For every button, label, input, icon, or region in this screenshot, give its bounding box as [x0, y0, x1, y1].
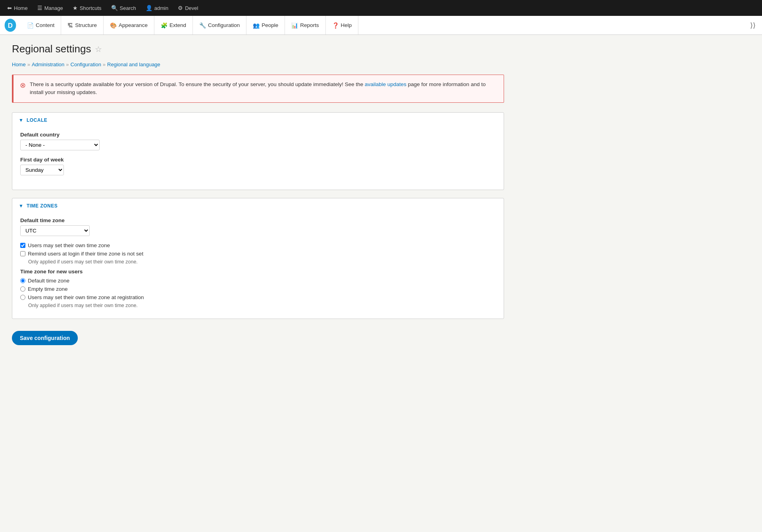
people-icon: 👥	[253, 22, 260, 29]
save-configuration-button[interactable]: Save configuration	[12, 331, 78, 345]
configuration-icon: 🔧	[199, 22, 206, 29]
devel-icon: ⚙	[178, 5, 183, 11]
sec-nav-label-configuration: Configuration	[208, 22, 240, 28]
sec-nav-item-content[interactable]: 📄Content	[21, 16, 61, 35]
admin-bar-label-search: Search	[120, 5, 136, 11]
default-timezone-select[interactable]: UTCAmerica/New_YorkAmerica/ChicagoAmeric…	[20, 225, 90, 236]
admin-bar-item-manage[interactable]: ☰Manage	[33, 3, 67, 13]
radio-users-own-tz[interactable]	[20, 295, 25, 300]
breadcrumb-separator: »	[66, 61, 69, 67]
warning-text: There is a security update available for…	[30, 81, 497, 97]
radio-default-tz[interactable]	[20, 278, 25, 283]
shortcuts-icon: ★	[73, 5, 78, 11]
nav-toggle-button[interactable]: ⟩⟩	[747, 19, 759, 31]
radio-row-users-own-tz: Users may set their own time zone at reg…	[20, 294, 496, 300]
breadcrumb-link-2[interactable]: Configuration	[71, 61, 101, 67]
help-icon: ❓	[332, 22, 339, 29]
remind-timezone-row: Remind users at login if their time zone…	[20, 251, 496, 257]
sec-nav-item-extend[interactable]: 🧩Extend	[154, 16, 193, 35]
reports-icon: 📊	[291, 22, 298, 29]
search-icon: 🔍	[111, 5, 118, 11]
radio-row-default-tz: Default time zone	[20, 278, 496, 284]
appearance-icon: 🎨	[110, 22, 117, 29]
favorite-star-icon[interactable]: ☆	[95, 44, 102, 54]
radio-label-default-tz[interactable]: Default time zone	[28, 278, 69, 284]
admin-bar-label-home: Home	[14, 5, 28, 11]
breadcrumb-link-1[interactable]: Administration	[32, 61, 64, 67]
security-warning: ⊗ There is a security update available f…	[12, 75, 504, 103]
sec-nav-label-appearance: Appearance	[119, 22, 148, 28]
admin-bar-label-shortcuts: Shortcuts	[80, 5, 102, 11]
default-country-select[interactable]: - None -AfghanistanAlbaniaUnited StatesU…	[20, 140, 100, 150]
sec-nav-item-people[interactable]: 👥People	[246, 16, 285, 35]
sec-nav-label-reports: Reports	[300, 22, 319, 28]
timezones-section: ▼ TIME ZONES Default time zone UTCAmeric…	[12, 198, 504, 319]
radio-label-empty-tz[interactable]: Empty time zone	[28, 286, 68, 292]
breadcrumb-link-3[interactable]: Regional and language	[107, 61, 160, 67]
secondary-nav: D 📄Content🏗Structure🎨Appearance🧩Extend🔧C…	[0, 16, 762, 35]
radio-empty-tz[interactable]	[20, 286, 25, 292]
breadcrumb-separator: »	[27, 61, 30, 67]
first-day-select[interactable]: SundayMondayTuesdayWednesdayThursdayFrid…	[20, 165, 64, 175]
first-day-group: First day of week SundayMondayTuesdayWed…	[20, 157, 496, 175]
sec-nav-label-extend: Extend	[169, 22, 186, 28]
sec-nav-item-configuration[interactable]: 🔧Configuration	[193, 16, 246, 35]
structure-icon: 🏗	[67, 22, 73, 29]
remind-hint: Only applied if users may set their own …	[28, 259, 496, 265]
radio-row-empty-tz: Empty time zone	[20, 286, 496, 292]
users-own-timezone-checkbox-label[interactable]: Users may set their own time zone	[28, 242, 110, 248]
sec-nav-item-appearance[interactable]: 🎨Appearance	[104, 16, 154, 35]
home-icon: ⬅	[7, 5, 12, 11]
breadcrumb-separator: »	[103, 61, 106, 67]
locale-section-body: Default country - None -AfghanistanAlban…	[12, 128, 504, 190]
warning-icon: ⊗	[20, 81, 26, 90]
breadcrumb-link-0[interactable]: Home	[12, 61, 26, 67]
timezones-section-title: TIME ZONES	[27, 203, 58, 209]
extend-icon: 🧩	[161, 22, 167, 29]
sec-nav-item-reports[interactable]: 📊Reports	[285, 16, 325, 35]
users-own-timezone-checkbox[interactable]	[20, 243, 25, 248]
timezones-collapse-icon: ▼	[19, 203, 23, 209]
breadcrumb: Home » Administration » Configuration » …	[12, 61, 504, 67]
sec-nav-label-people: People	[262, 22, 278, 28]
manage-icon: ☰	[37, 5, 42, 11]
sec-nav-item-structure[interactable]: 🏗Structure	[61, 16, 104, 35]
remind-timezone-checkbox[interactable]	[20, 251, 25, 256]
new-user-hint: Only applied if users may set their own …	[28, 303, 496, 308]
default-country-group: Default country - None -AfghanistanAlban…	[20, 132, 496, 150]
default-timezone-group: Default time zone UTCAmerica/New_YorkAme…	[20, 217, 496, 236]
first-day-label: First day of week	[20, 157, 496, 163]
users-own-timezone-row: Users may set their own time zone	[20, 242, 496, 248]
drupal-logo: D	[3, 18, 17, 33]
admin-bar-item-admin[interactable]: 👤admin	[142, 3, 172, 13]
default-timezone-label: Default time zone	[20, 217, 496, 223]
admin-bar-label-manage: Manage	[44, 5, 63, 11]
admin-bar-label-admin: admin	[154, 5, 168, 11]
admin-bar-item-shortcuts[interactable]: ★Shortcuts	[69, 3, 106, 13]
sec-nav-label-content: Content	[36, 22, 54, 28]
content-icon: 📄	[27, 22, 34, 29]
admin-bar-item-devel[interactable]: ⚙Devel	[174, 3, 202, 13]
sec-nav-label-structure: Structure	[75, 22, 97, 28]
timezones-section-body: Default time zone UTCAmerica/New_YorkAme…	[12, 213, 504, 319]
radio-label-users-own-tz[interactable]: Users may set their own time zone at reg…	[28, 294, 144, 300]
svg-text:D: D	[8, 21, 13, 29]
admin-bar-item-search[interactable]: 🔍Search	[107, 3, 140, 13]
default-country-label: Default country	[20, 132, 496, 138]
sec-nav-label-help: Help	[341, 22, 352, 28]
admin-bar-label-devel: Devel	[185, 5, 198, 11]
locale-collapse-icon: ▼	[19, 117, 23, 123]
locale-section: ▼ LOCALE Default country - None -Afghani…	[12, 112, 504, 190]
locale-section-header[interactable]: ▼ LOCALE	[12, 113, 504, 128]
admin-toolbar: ⬅Home☰Manage★Shortcuts🔍Search👤admin⚙Deve…	[0, 0, 762, 16]
remind-timezone-checkbox-label[interactable]: Remind users at login if their time zone…	[28, 251, 143, 257]
locale-section-title: LOCALE	[27, 117, 47, 123]
sec-nav-item-help[interactable]: ❓Help	[326, 16, 359, 35]
admin-icon: 👤	[146, 5, 152, 11]
page-title: Regional settings	[12, 43, 91, 55]
timezones-section-header[interactable]: ▼ TIME ZONES	[12, 198, 504, 213]
available-updates-link[interactable]: available updates	[365, 81, 406, 87]
new-users-tz-label: Time zone for new users	[20, 269, 496, 275]
admin-bar-item-home[interactable]: ⬅Home	[3, 3, 32, 13]
